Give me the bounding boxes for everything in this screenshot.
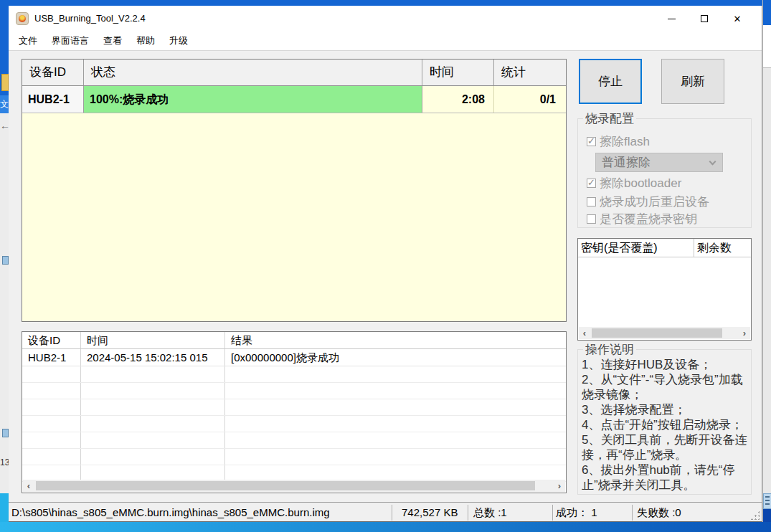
refresh-button[interactable]: 刷新 xyxy=(661,59,724,104)
progress-cell: 100%:烧录成功 xyxy=(84,86,422,113)
checkbox-icon xyxy=(587,214,596,224)
status-separator xyxy=(468,505,468,521)
image-size: 742,527 KB xyxy=(402,503,458,523)
checkbox-label: 擦除bootloader xyxy=(600,175,681,191)
log-table: 设备ID 时间 结果 HUB2-1 2024-05-15 15:02:15 01… xyxy=(22,331,567,493)
log-time: 2024-05-15 15:02:15 015 xyxy=(81,349,225,366)
stats-cell: 0/1 xyxy=(494,86,566,113)
scroll-left-icon[interactable]: ‹ xyxy=(23,480,34,492)
window-title: USB_Burning_Tool_V2.2.4 xyxy=(34,6,146,32)
checkbox-icon xyxy=(587,179,596,188)
desktop-right-strip xyxy=(762,0,771,532)
erase-mode-value: 普通擦除 xyxy=(602,156,651,169)
log-empty-row xyxy=(22,399,566,416)
checkbox-label: 是否覆盖烧录密钥 xyxy=(600,211,697,227)
chevron-down-icon xyxy=(709,158,716,166)
success-count: 成功： 1 xyxy=(556,503,597,523)
minimize-button[interactable] xyxy=(655,6,688,32)
desktop-icon-label: 文 xyxy=(0,95,9,113)
instruction-line: 6、拔出外置hub前，请先“停止”烧录并关闭工具。 xyxy=(582,462,749,493)
status-separator xyxy=(632,505,633,521)
background-text: 13 xyxy=(0,456,9,469)
desktop: 文 ← 13 USB_Burning_Tool_V2.2.4 ✕ 文件 界面语言… xyxy=(0,0,771,532)
key-table: 密钥(是否覆盖) 剩余数 ‹ › xyxy=(577,238,752,341)
instructions-title: 操作说明 xyxy=(583,343,636,356)
stop-button[interactable]: 停止 xyxy=(579,59,642,104)
menu-item-language[interactable]: 界面语言 xyxy=(46,32,95,50)
erase-mode-dropdown[interactable]: 普通擦除 xyxy=(595,153,723,172)
column-header-time: 时间 xyxy=(422,60,494,85)
checkbox-reboot-after-success[interactable]: 烧录成功后重启设备 xyxy=(587,195,709,208)
failed-count: 失败数 :0 xyxy=(637,503,681,523)
instructions-group: 操作说明 1、连接好HUB及设备； 2、从“文件”-“导入烧录包”加载烧录镜像；… xyxy=(577,343,752,495)
scrollbar-thumb[interactable] xyxy=(592,328,722,338)
monitor-icon xyxy=(2,429,9,437)
desktop-fragment xyxy=(763,0,771,25)
log-empty-row xyxy=(22,416,566,432)
checkbox-erase-bootloader[interactable]: 擦除bootloader xyxy=(587,176,681,189)
column-header-status: 状态 xyxy=(84,60,422,85)
back-arrow-icon: ← xyxy=(0,118,9,133)
close-button[interactable]: ✕ xyxy=(721,6,754,32)
title-bar: USB_Burning_Tool_V2.2.4 ✕ xyxy=(9,6,762,32)
scrollbar-thumb[interactable] xyxy=(36,481,535,490)
maximize-icon xyxy=(701,15,708,22)
instructions-text: 1、连接好HUB及设备； 2、从“文件”-“导入烧录包”加载烧录镜像； 3、选择… xyxy=(582,357,749,493)
scroll-right-icon[interactable]: › xyxy=(739,327,750,339)
checkbox-icon xyxy=(587,197,596,206)
log-empty-row xyxy=(22,383,566,399)
window-fragment xyxy=(763,25,771,68)
status-separator xyxy=(392,505,392,521)
total-count: 总数 :1 xyxy=(473,503,507,523)
app-icon xyxy=(16,12,29,25)
table-row[interactable]: HUB2-1 100%:烧录成功 2:08 0/1 xyxy=(22,86,566,113)
column-header-remaining: 剩余数 xyxy=(694,239,751,257)
checkbox-label: 烧录成功后重启设备 xyxy=(600,194,709,210)
key-table-hscrollbar[interactable]: ‹ › xyxy=(579,327,750,339)
log-row[interactable]: HUB2-1 2024-05-15 15:02:15 015 [0x000000… xyxy=(22,349,566,366)
checkbox-label: 擦除flash xyxy=(600,133,650,150)
log-table-header: 设备ID 时间 结果 xyxy=(22,332,566,349)
column-header-result: 结果 xyxy=(225,332,566,348)
menu-item-file[interactable]: 文件 xyxy=(13,32,43,50)
log-hscrollbar[interactable]: ‹ › xyxy=(23,480,565,492)
resize-grip-icon[interactable] xyxy=(750,510,760,520)
checkbox-overwrite-key[interactable]: 是否覆盖烧录密钥 xyxy=(587,212,697,225)
close-icon: ✕ xyxy=(734,14,742,24)
folder-icon xyxy=(1,74,9,91)
log-empty-row xyxy=(22,449,566,465)
status-bar: D:\s805\hinas_s805_eMMC.burn.img\hinas_s… xyxy=(9,502,762,522)
time-cell: 2:08 xyxy=(422,86,494,113)
menu-item-view[interactable]: 查看 xyxy=(98,32,128,50)
menu-item-upgrade[interactable]: 升级 xyxy=(164,32,194,50)
maximize-button[interactable] xyxy=(688,6,721,32)
status-separator xyxy=(552,505,553,521)
column-header-device-id: 设备ID xyxy=(22,60,84,85)
desktop-top-strip xyxy=(0,0,771,6)
instruction-line: 4、点击“开始”按钮启动烧录； xyxy=(582,417,749,432)
device-table: 设备ID 状态 时间 统计 HUB2-1 100%:烧录成功 2:08 0/1 xyxy=(22,59,567,322)
minimize-icon xyxy=(668,19,676,19)
menu-bar: 文件 界面语言 查看 帮助 升级 xyxy=(9,32,762,51)
log-empty-row xyxy=(22,432,566,449)
column-header-time: 时间 xyxy=(81,332,225,348)
column-header-device-id: 设备ID xyxy=(22,332,81,348)
desktop-left-strip: 文 ← 13 xyxy=(0,0,9,532)
checkbox-erase-flash[interactable]: 擦除flash xyxy=(587,135,650,148)
log-device-id: HUB2-1 xyxy=(22,349,81,366)
key-table-header: 密钥(是否覆盖) 剩余数 xyxy=(578,239,751,257)
scroll-right-icon[interactable]: › xyxy=(554,480,565,492)
log-result: [0x00000000]烧录成功 xyxy=(225,349,566,366)
taskbar-icon xyxy=(763,493,771,509)
log-empty-row xyxy=(22,366,566,383)
instruction-line: 2、从“文件”-“导入烧录包”加载烧录镜像； xyxy=(582,372,749,402)
monitor-icon xyxy=(2,256,9,265)
checkbox-icon xyxy=(587,137,596,146)
image-path: D:\s805\hinas_s805_eMMC.burn.img\hinas_s… xyxy=(11,503,330,523)
instruction-line: 1、连接好HUB及设备； xyxy=(582,357,749,372)
scroll-left-icon[interactable]: ‹ xyxy=(579,327,590,339)
instruction-line: 3、选择烧录配置； xyxy=(582,402,749,417)
instruction-line: 5、关闭工具前，先断开设备连接，再“停止”烧录。 xyxy=(582,432,749,462)
burn-config-title: 烧录配置 xyxy=(583,112,636,125)
menu-item-help[interactable]: 帮助 xyxy=(131,32,161,50)
